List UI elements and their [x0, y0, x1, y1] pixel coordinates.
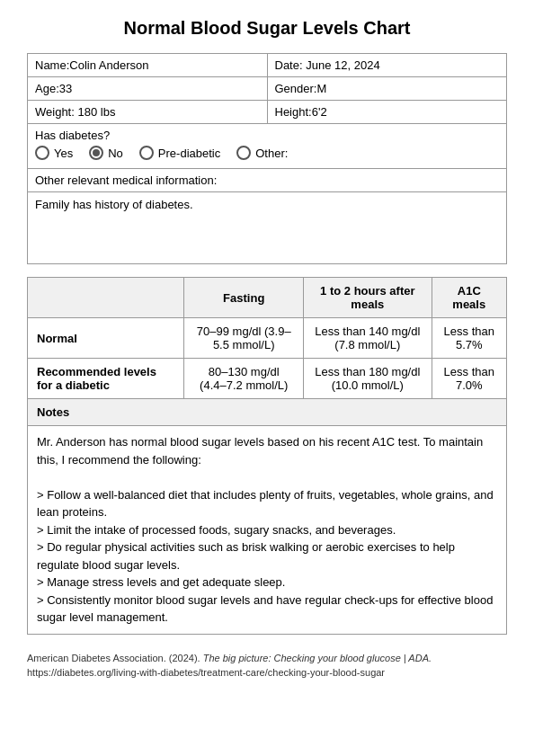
age-label: Age:	[35, 82, 59, 95]
height-label: Height:	[275, 105, 312, 119]
radio-yes-circle	[35, 146, 49, 160]
row-diabetic-a1c: Less than 7.0%	[432, 359, 506, 399]
footer-italic: The big picture: Checking your blood glu…	[203, 653, 432, 663]
diabetes-label: Has diabetes?	[35, 129, 499, 142]
radio-prediabetic[interactable]: Pre-diabetic	[139, 146, 220, 160]
weight-label: Weight:	[35, 105, 75, 119]
footer-line1: American Diabetes Association. (2024).	[27, 653, 203, 663]
col-header-a1c: A1C meals	[432, 278, 506, 318]
date-value: June 12, 2024	[306, 58, 379, 72]
radio-prediabetic-label: Pre-diabetic	[158, 147, 220, 160]
radio-no-circle	[89, 146, 103, 160]
row-diabetic-after-meals: Less than 180 mg/dl (10.0 mmol/L)	[304, 359, 432, 399]
col-header-empty	[28, 278, 184, 318]
footer-url: https://diabetes.org/living-with-diabete…	[27, 667, 385, 678]
blood-sugar-table: Fasting 1 to 2 hours after meals A1C mea…	[27, 277, 507, 426]
radio-other-circle	[236, 146, 251, 160]
row-normal-after-meals: Less than 140 mg/dl (7.8 mmol/L)	[304, 318, 432, 359]
radio-no[interactable]: No	[89, 146, 123, 160]
gender-label: Gender:	[275, 82, 317, 95]
radio-other-label: Other:	[255, 147, 288, 160]
col-header-fasting: Fasting	[184, 278, 304, 318]
diabetes-radio-group: Yes No Pre-diabetic Other:	[35, 142, 499, 164]
radio-yes-label: Yes	[54, 147, 73, 160]
weight-value: 180 lbs	[77, 105, 115, 119]
radio-no-label: No	[108, 147, 123, 160]
age-value: 33	[59, 82, 72, 95]
page-title: Normal Blood Sugar Levels Chart	[27, 18, 507, 39]
notes-content: Mr. Anderson has normal blood sugar leve…	[27, 426, 507, 635]
gender-value: M	[316, 82, 326, 95]
row-label-normal: Normal	[28, 318, 184, 359]
name-value: Colin Anderson	[69, 58, 148, 72]
row-label-diabetic: Recommended levels for a diabetic	[28, 359, 184, 399]
radio-other[interactable]: Other:	[236, 146, 288, 160]
other-info-label: Other relevant medical information:	[35, 173, 217, 187]
row-diabetic-fasting: 80–130 mg/dl (4.4–7.2 mmol/L)	[184, 359, 304, 399]
footer: American Diabetes Association. (2024). T…	[27, 651, 507, 680]
name-label: Name:	[35, 58, 69, 72]
table-row-notes-header: Notes	[28, 399, 507, 426]
row-normal-fasting: 70–99 mg/dl (3.9–5.5 mmol/L)	[184, 318, 304, 359]
date-label: Date:	[275, 58, 303, 72]
col-header-after-meals: 1 to 2 hours after meals	[304, 278, 432, 318]
radio-prediabetic-circle	[139, 146, 154, 160]
notes-section-header: Notes	[28, 399, 507, 426]
row-normal-a1c: Less than 5.7%	[432, 318, 506, 359]
height-value: 6'2	[312, 105, 327, 119]
radio-yes[interactable]: Yes	[35, 146, 73, 160]
table-row-normal: Normal 70–99 mg/dl (3.9–5.5 mmol/L) Less…	[28, 318, 507, 359]
other-info-value: Family has history of diabetes.	[27, 192, 507, 264]
patient-info-table: Name:Colin Anderson Date: June 12, 2024 …	[27, 53, 507, 192]
table-row-diabetic: Recommended levels for a diabetic 80–130…	[28, 359, 507, 399]
